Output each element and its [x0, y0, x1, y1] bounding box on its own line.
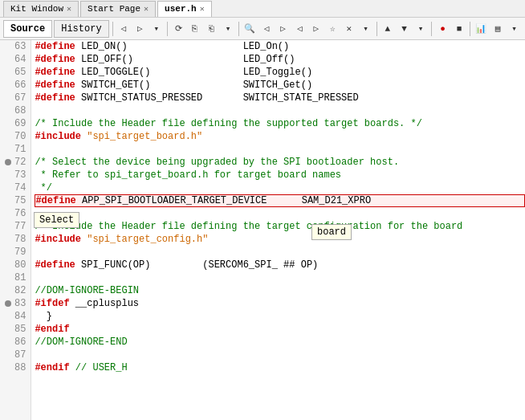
code-line-78: #include "spi_target_config.h" — [35, 233, 525, 246]
code-line-80: #define SPI_FUNC(OP) (SERCOM6_SPI_ ## OP… — [35, 259, 525, 271]
code-line-67: #define SWITCH_STATUS_PRESSED SWITCH_STA… — [35, 92, 525, 104]
copy-button[interactable]: ⎘ — [188, 20, 203, 38]
code-line-69: /* Include the Header file defining the … — [35, 117, 525, 130]
sep6 — [470, 22, 470, 36]
close-start-page[interactable]: ✕ — [144, 4, 149, 14]
more-button[interactable]: ▾ — [221, 20, 236, 38]
code-line-70: #include "spi_target_board.h" — [35, 130, 525, 143]
sep3 — [238, 22, 239, 36]
more3[interactable]: ▾ — [413, 20, 429, 38]
line-81: 81 — [5, 271, 26, 284]
more4[interactable]: ▾ — [507, 20, 522, 38]
code-line-64: #define LED_OFF() LED_Off() — [35, 53, 525, 66]
sep1 — [112, 22, 113, 36]
stop-button[interactable]: ■ — [452, 20, 467, 38]
code-line-82: //DOM-IGNORE-BEGIN — [35, 284, 525, 297]
code-line-79 — [35, 246, 525, 259]
line-76: 76 — [5, 207, 26, 220]
sep5 — [431, 22, 432, 36]
line-78: 78 — [5, 233, 26, 246]
line-numbers: 63 64 65 66 67 68 69 70 71 72 73 74 75 7… — [0, 40, 31, 420]
tab-kit-window[interactable]: Kit Window ✕ — [3, 1, 79, 17]
line-63: 63 — [5, 40, 26, 53]
code-line-66: #define SWITCH_GET() SWITCH_Get() — [35, 79, 525, 92]
paste-button[interactable]: ⎗ — [204, 20, 219, 38]
up-button[interactable]: ▲ — [381, 20, 396, 38]
code-line-86: //DOM-IGNORE-END — [35, 336, 525, 349]
bookmark-next[interactable]: ▷ — [308, 20, 324, 38]
line-70: 70 — [5, 130, 26, 143]
code-area: 63 64 65 66 67 68 69 70 71 72 73 74 75 7… — [0, 40, 525, 420]
more2[interactable]: ▾ — [358, 20, 373, 38]
code-line-87 — [35, 349, 525, 361]
search-button[interactable]: 🔍 — [242, 20, 258, 38]
code-line-63: #define LED_ON() LED_On() — [35, 40, 525, 53]
code-line-88: #endif // USER_H — [35, 361, 525, 374]
code-line-76 — [35, 207, 525, 220]
down-button[interactable]: ▼ — [397, 20, 412, 38]
board-popup: board — [311, 224, 352, 240]
find-prev[interactable]: ◁ — [259, 20, 275, 38]
line-66: 66 — [5, 79, 26, 92]
line-87: 87 — [5, 349, 26, 361]
line-71: 71 — [5, 143, 26, 156]
table-button[interactable]: ▤ — [490, 20, 506, 38]
close-kit-window[interactable]: ✕ — [67, 4, 71, 14]
code-line-77: /* Include the Header file defining the … — [35, 220, 525, 233]
history-tab[interactable]: History — [54, 20, 108, 38]
line-84: 84 — [5, 310, 26, 323]
line-88: 88 — [5, 361, 26, 374]
line-64: 64 — [5, 53, 26, 66]
chart-button[interactable]: 📊 — [474, 20, 489, 38]
line-77: 77 — [5, 220, 26, 233]
source-tab[interactable]: Source — [3, 20, 52, 38]
bookmark-prev[interactable]: ◁ — [292, 20, 307, 38]
code-line-74: */ — [35, 181, 525, 194]
back-button[interactable]: ◁ — [116, 20, 131, 38]
code-line-83: #ifdef __cplusplus — [35, 297, 525, 310]
code-line-75: #define APP_SPI_BOOTLOADER_TARGET_DEVICE… — [35, 194, 525, 207]
toolbar: Source History ◁ ▷ ▾ ⟳ ⎘ ⎗ ▾ 🔍 ◁ ▷ ◁ ▷ ☆… — [0, 18, 525, 40]
title-bar: Kit Window ✕ Start Page ✕ user.h ✕ — [0, 0, 525, 18]
line-65: 65 — [5, 66, 26, 79]
line-72: 72 — [5, 156, 26, 169]
line-86: 86 — [5, 336, 26, 349]
select-popup: Select — [34, 212, 79, 228]
record-button[interactable]: ● — [435, 20, 450, 38]
line-85: 85 — [5, 323, 26, 336]
code-content[interactable]: #define LED_ON() LED_On() #define LED_OF… — [31, 40, 525, 420]
tab-user-h[interactable]: user.h ✕ — [157, 1, 212, 17]
menu-button[interactable]: ▾ — [149, 20, 165, 38]
close-user-h[interactable]: ✕ — [200, 4, 205, 14]
sep2 — [167, 22, 168, 36]
line-74: 74 — [5, 181, 26, 194]
line-75: 75 — [5, 194, 26, 207]
code-line-71 — [35, 143, 525, 156]
line-68: 68 — [5, 104, 26, 117]
line-82: 82 — [5, 284, 26, 297]
line-73: 73 — [5, 169, 26, 181]
sync-button[interactable]: ⟳ — [171, 20, 186, 38]
bookmark-add[interactable]: ☆ — [325, 20, 340, 38]
find-next[interactable]: ▷ — [275, 20, 291, 38]
forward-button[interactable]: ▷ — [132, 20, 148, 38]
code-line-72: /* Select the device being upgraded by t… — [35, 156, 525, 169]
code-line-68 — [35, 104, 525, 117]
line-83: 83 — [5, 297, 26, 310]
line-79: 79 — [5, 246, 26, 259]
line-80: 80 — [5, 259, 26, 271]
code-line-73: * Refer to spi_target_board.h for target… — [35, 169, 525, 181]
code-line-65: #define LED_TOGGLE() LED_Toggle() — [35, 66, 525, 79]
sep4 — [376, 22, 377, 36]
code-line-85: #endif — [35, 323, 525, 336]
code-line-84: } — [35, 310, 525, 323]
line-69: 69 — [5, 117, 26, 130]
line-67: 67 — [5, 92, 26, 104]
code-line-81 — [35, 271, 525, 284]
tab-start-page[interactable]: Start Page ✕ — [80, 1, 156, 17]
bookmark-del[interactable]: ✕ — [342, 20, 357, 38]
